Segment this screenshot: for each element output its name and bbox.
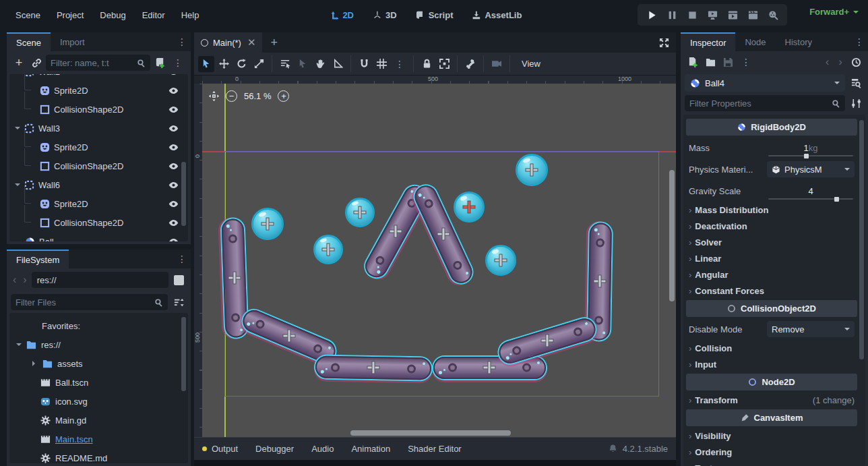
- collapse-icon[interactable]: [16, 343, 22, 349]
- canvas-2d[interactable]: − 56.1 % +: [202, 84, 676, 437]
- canvas-vscrollbar[interactable]: [669, 84, 675, 429]
- visibility-eye-icon[interactable]: [168, 161, 179, 171]
- file-row-assets[interactable]: assets: [9, 354, 179, 373]
- node-position-gizmo[interactable]: [542, 335, 553, 347]
- node-position-gizmo[interactable]: [284, 330, 295, 342]
- property-filter-input[interactable]: Filter Properties: [685, 95, 845, 111]
- collapse-icon[interactable]: [15, 127, 20, 132]
- visibility-eye-icon[interactable]: [168, 74, 179, 77]
- node-position-gizmo[interactable]: [229, 272, 241, 284]
- new-resource-button[interactable]: [685, 54, 701, 70]
- move-tool[interactable]: [216, 56, 232, 72]
- inspector-scrollbar[interactable]: [859, 120, 864, 359]
- resource-menu-icon[interactable]: ⋮: [737, 57, 755, 67]
- workspace-script[interactable]: Script: [410, 7, 460, 23]
- tab-inspector[interactable]: Inspector: [681, 32, 735, 51]
- file-filter-input[interactable]: Filter Files: [11, 294, 168, 310]
- visibility-eye-icon[interactable]: [168, 105, 179, 115]
- tree-row-collisionshape2d[interactable]: CollisionShape2D: [9, 213, 179, 232]
- tab-filesystem[interactable]: FileSystem: [7, 250, 69, 268]
- smart-snap-toggle[interactable]: [356, 56, 372, 72]
- renderer-selector[interactable]: Forward+: [809, 7, 859, 17]
- menu-scene[interactable]: Scene: [9, 7, 46, 23]
- play-custom-scene-button[interactable]: [744, 6, 762, 24]
- group-deactivation[interactable]: › Deactivation: [686, 218, 857, 234]
- dropdown-physicsm[interactable]: PhysicsM: [767, 161, 855, 177]
- collapse-icon[interactable]: [15, 74, 20, 76]
- load-resource-button[interactable]: [702, 54, 718, 70]
- attach-script-button[interactable]: [152, 55, 168, 71]
- file-sort-button[interactable]: [170, 294, 187, 310]
- property-tools-button[interactable]: [848, 95, 864, 111]
- expand-viewport-icon[interactable]: [659, 37, 669, 48]
- pan-tool[interactable]: [312, 56, 328, 72]
- list-select-tool[interactable]: [277, 56, 293, 72]
- movie-maker-button[interactable]: [764, 6, 782, 24]
- property-value-editor[interactable]: 4: [767, 186, 855, 196]
- category-rigidbody2d[interactable]: RigidBody2D: [686, 119, 857, 136]
- tree-row-sprite2d[interactable]: Sprite2D: [9, 194, 179, 213]
- node-position-gizmo[interactable]: [526, 165, 538, 176]
- scale-tool[interactable]: [251, 56, 267, 72]
- workspace-3d[interactable]: 3D: [367, 7, 403, 23]
- collapse-icon[interactable]: [15, 183, 20, 189]
- scene-tree-scrollbar[interactable]: [181, 162, 186, 226]
- tree-row-wall2[interactable]: Wall2: [9, 74, 179, 81]
- tab-history[interactable]: History: [776, 32, 822, 51]
- view-menu-button[interactable]: View: [515, 56, 547, 72]
- skeleton-options[interactable]: [462, 56, 478, 72]
- group-visibility[interactable]: › Visibility: [686, 428, 857, 444]
- bottom-tab-animation[interactable]: Animation: [351, 444, 390, 454]
- grid-snap-toggle[interactable]: [373, 56, 390, 72]
- group-linear[interactable]: › Linear: [686, 250, 857, 266]
- category-collisionobject2d[interactable]: CollisionObject2D: [686, 300, 857, 317]
- filesystem-menu-icon[interactable]: ⋮: [173, 254, 191, 264]
- add-node-button[interactable]: +: [11, 55, 27, 71]
- file-row-ball-tscn[interactable]: Ball.tscn: [9, 373, 179, 392]
- tree-row-wall3[interactable]: Wall3: [9, 119, 179, 138]
- file-row-readme-md[interactable]: README.md: [9, 448, 179, 463]
- group-button[interactable]: [436, 56, 452, 72]
- group-texture[interactable]: › Texture: [686, 460, 857, 466]
- play-scene-button[interactable]: [724, 6, 741, 24]
- tree-row-wall6[interactable]: Wall6: [9, 175, 179, 194]
- toggle-split-mode-button[interactable]: [174, 275, 184, 285]
- rotate-tool[interactable]: [233, 56, 249, 72]
- tree-row-sprite2d[interactable]: Sprite2D: [9, 138, 179, 156]
- visibility-eye-icon[interactable]: [168, 86, 179, 96]
- pivot-tool[interactable]: [294, 56, 311, 72]
- workspace-2d[interactable]: 2D: [323, 7, 360, 23]
- value-slider[interactable]: [768, 155, 853, 156]
- tree-row-ball[interactable]: Ball: [9, 232, 179, 241]
- notification-bell-icon[interactable]: [609, 444, 617, 453]
- lock-button[interactable]: [418, 56, 435, 72]
- group-collision[interactable]: › Collision: [686, 340, 857, 356]
- save-resource-button[interactable]: [720, 54, 736, 70]
- scene-tree-menu-icon[interactable]: ⋮: [169, 57, 187, 68]
- visibility-eye-icon[interactable]: [168, 199, 179, 209]
- file-row-icon-svg[interactable]: icon.svg: [9, 392, 179, 411]
- edit-history-button[interactable]: [848, 54, 864, 70]
- scene-tab-main[interactable]: Main(*) ✕: [194, 32, 262, 53]
- group-angular[interactable]: › Angular: [686, 266, 857, 283]
- group-solver[interactable]: › Solver: [686, 234, 857, 250]
- bottom-tab-output[interactable]: Output: [202, 444, 238, 454]
- focus-selection-icon[interactable]: [209, 91, 219, 101]
- canvas-hscrollbar[interactable]: [202, 430, 668, 436]
- history-forward-icon[interactable]: ›: [834, 55, 846, 69]
- tree-row-collisionshape2d[interactable]: CollisionShape2D: [9, 100, 179, 119]
- file-row-res-[interactable]: res://: [9, 335, 179, 354]
- play-button[interactable]: [643, 6, 660, 24]
- category-canvasitem[interactable]: CanvasItem: [686, 409, 857, 426]
- snap-options-icon[interactable]: ⋮: [391, 59, 408, 69]
- bottom-tab-audio[interactable]: Audio: [311, 444, 334, 454]
- file-row-main-tscn[interactable]: Main.tscn: [9, 430, 179, 448]
- inspector-menu-icon[interactable]: ⋮: [850, 36, 868, 47]
- node-position-gizmo[interactable]: [262, 219, 274, 230]
- bottom-tab-shader-editor[interactable]: Shader Editor: [408, 444, 462, 454]
- visibility-eye-icon[interactable]: [168, 142, 179, 152]
- pause-button[interactable]: [663, 6, 681, 24]
- menu-debug[interactable]: Debug: [94, 7, 131, 23]
- category-node2d[interactable]: Node2D: [686, 374, 857, 390]
- menu-project[interactable]: Project: [51, 7, 90, 23]
